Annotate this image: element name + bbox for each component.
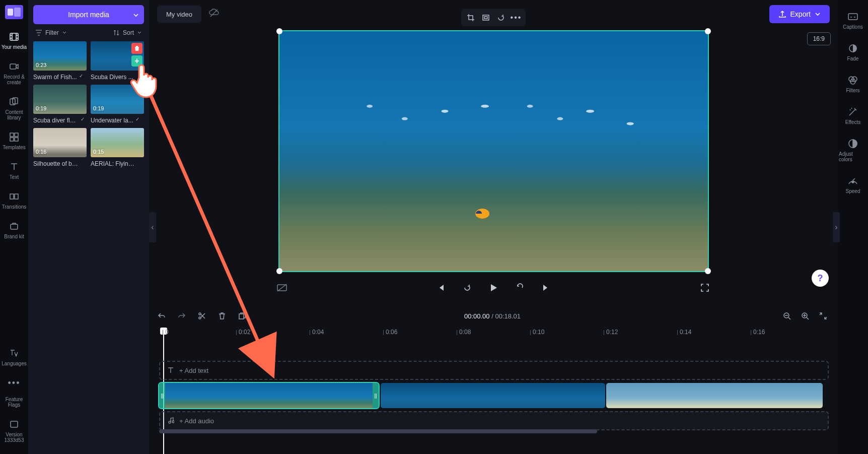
nav-text[interactable]: Text [1, 156, 28, 186]
tick: 0:14 [680, 329, 691, 336]
clip-name: Silhouette of be... [33, 160, 79, 167]
crop-button[interactable] [463, 11, 478, 24]
resize-handle[interactable] [276, 268, 282, 274]
resize-handle[interactable] [705, 268, 711, 274]
check-icon: ✓ [81, 116, 85, 122]
tick: 0:04 [312, 329, 324, 336]
skip-forward-button[interactable] [513, 281, 527, 295]
redo-button[interactable] [176, 310, 187, 321]
svg-point-28 [199, 317, 201, 319]
timeline-ruler[interactable]: 0 0:02 0:04 0:06 0:08 0:10 0:12 0:14 0:1… [159, 327, 829, 342]
split-button[interactable] [196, 310, 207, 321]
fade-button[interactable]: Fade [839, 39, 867, 67]
remove-watermark-button[interactable] [275, 281, 289, 295]
undo-button[interactable] [156, 310, 167, 321]
delete-button[interactable] [216, 310, 228, 321]
fit-timeline-button[interactable] [818, 310, 829, 321]
clip-thumbnail[interactable]: 0:19 [33, 85, 87, 114]
media-clip[interactable]: 0:23 Swarm of Fish...✓ [33, 41, 87, 81]
filters-button[interactable]: Filters [839, 71, 867, 98]
project-title[interactable]: My video [157, 6, 201, 23]
collapse-right-panel[interactable]: › [833, 212, 840, 242]
more-button[interactable]: ••• [509, 11, 524, 24]
nav-content-library[interactable]: Content library [1, 91, 28, 126]
captions-button[interactable]: Captions [839, 7, 867, 35]
fit-button[interactable] [478, 11, 493, 24]
import-media-button[interactable]: Import media [33, 5, 144, 24]
nav-languages[interactable]: Languages [1, 343, 28, 372]
media-clip[interactable]: 0:15 AERIAL: Flying a... [91, 128, 144, 167]
timeline-scrollbar[interactable] [159, 429, 597, 433]
duplicate-button[interactable] [237, 310, 248, 321]
filter-label: Filter [45, 29, 59, 36]
nav-transitions[interactable]: Transitions [1, 186, 28, 216]
audio-track[interactable]: + Add audio [159, 411, 829, 430]
clip-thumbnail[interactable]: + [91, 41, 144, 71]
delete-clip-button[interactable] [131, 43, 142, 54]
svg-point-23 [626, 122, 633, 125]
transition-icon [9, 191, 20, 202]
timeline-clip[interactable] [606, 383, 823, 408]
filter-button[interactable]: Filter [35, 29, 67, 36]
nav-more[interactable]: ••• [1, 372, 28, 397]
play-button[interactable] [486, 281, 500, 295]
timeline-clip[interactable]: || || [159, 383, 379, 408]
cloud-sync-icon[interactable] [208, 8, 220, 21]
nav-label: Transitions [2, 204, 27, 210]
nav-your-media[interactable]: Your media [1, 26, 28, 56]
svg-point-16 [367, 105, 373, 108]
tick: 0:08 [459, 329, 471, 336]
clip-thumbnail[interactable]: 0:19 [91, 85, 144, 114]
next-frame-button[interactable] [539, 281, 553, 295]
right-sidebar: Captions Fade Filters Effects Adjust col… [838, 0, 868, 454]
preview-canvas[interactable] [278, 30, 709, 272]
prev-frame-button[interactable] [434, 281, 448, 295]
fullscreen-button[interactable] [698, 281, 712, 295]
video-track[interactable]: || || [159, 383, 829, 408]
media-clip[interactable]: 0:19 Scuba diver float...✓ [33, 85, 87, 124]
media-clip[interactable]: + Scuba Divers ... [91, 41, 144, 81]
captions-icon [847, 11, 858, 22]
adjust-colors-button[interactable]: Adjust colors [839, 134, 867, 167]
export-button[interactable]: Export [769, 5, 830, 23]
sort-button[interactable]: Sort [113, 29, 142, 36]
tick: 0:02 [239, 329, 250, 336]
clip-duration: 0:23 [35, 61, 47, 69]
film-icon [9, 31, 20, 42]
tick: 0 [165, 329, 169, 336]
clip-trim-right[interactable]: || [373, 383, 379, 408]
text-icon [9, 161, 20, 172]
nav-version[interactable]: Version 1333d53 [1, 414, 28, 449]
clip-trim-left[interactable]: || [159, 383, 165, 408]
nav-templates[interactable]: Templates [1, 126, 28, 156]
timeline-clip[interactable] [381, 383, 605, 408]
clip-duration: 0:15 [93, 148, 104, 155]
nav-feature-flags[interactable]: Feature Flags [1, 397, 28, 414]
nav-brand-kit[interactable]: Brand kit [1, 216, 28, 245]
media-clip[interactable]: 0:16 Silhouette of be... [33, 128, 87, 167]
text-track[interactable]: + Add text [159, 361, 829, 380]
resize-handle[interactable] [705, 28, 711, 34]
rotate-button[interactable] [493, 11, 509, 24]
add-audio-label: + Add audio [179, 417, 214, 425]
clip-thumbnail[interactable]: 0:15 [91, 128, 144, 157]
nav-record-create[interactable]: Record & create [1, 56, 28, 91]
globe-icon [9, 348, 20, 359]
add-clip-button[interactable]: + [131, 55, 142, 67]
nav-label: Feature Flags [2, 397, 27, 408]
clip-name: AERIAL: Flying a... [91, 160, 136, 167]
speed-button[interactable]: Speed [839, 171, 867, 199]
help-button[interactable]: ? [812, 270, 829, 287]
zoom-out-button[interactable] [781, 310, 792, 321]
clip-thumbnail[interactable]: 0:16 [33, 128, 87, 157]
sort-label: Sort [123, 29, 134, 36]
svg-rect-2 [10, 33, 18, 40]
clip-thumbnail[interactable]: 0:23 [33, 41, 87, 71]
zoom-in-button[interactable] [800, 310, 811, 321]
effects-button[interactable]: Effects [839, 102, 867, 130]
skip-back-button[interactable] [460, 281, 474, 295]
collapse-media-panel[interactable]: ‹ [149, 212, 156, 242]
resize-handle[interactable] [276, 28, 282, 34]
media-clip[interactable]: 0:19 Underwater la...✓ [91, 85, 144, 124]
text-icon [167, 367, 174, 374]
